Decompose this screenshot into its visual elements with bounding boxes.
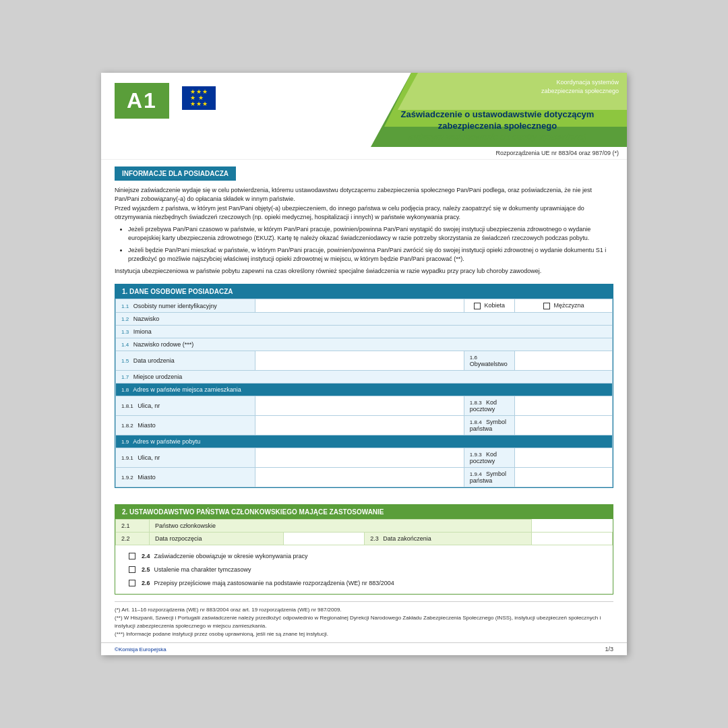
checkbox-2-6[interactable] (129, 580, 135, 586)
spacer (101, 495, 627, 504)
checkbox-2-6-id: 2.6 (142, 580, 150, 586)
gender-female-cell: Kobieta (464, 299, 514, 313)
table-row: 1.7 Miejsce urodzenia (116, 371, 613, 384)
field-1-8-4-value (515, 416, 613, 435)
checkbox-male[interactable] (543, 303, 550, 309)
field-1-8-2-label: 1.8.2 Miasto (116, 416, 255, 435)
document-header: A1 ★★★★ ★★★★ Koordynacja systemów zabezp… (101, 73, 627, 147)
section2-header: 2. USTAWODAWSTWO PAŃSTWA CZŁONKOWSKIEGO … (115, 505, 613, 519)
field-1-1-value (255, 299, 464, 313)
section2-checkboxes: 2.4 Zaświadczenie obowiązuje w okresie w… (115, 545, 613, 594)
table-row: 1.9.1 Ulica, nr 1.9.3 Kod pocztowy (116, 448, 613, 468)
info-section: INFORMACJE DLA POSIADACZA Niniejsze zaśw… (101, 160, 627, 284)
info-bullet2: Jeżeli będzie Pan/Pani mieszkać w państw… (128, 246, 613, 264)
field-1-9-1-value (255, 448, 464, 468)
checkbox-2-4[interactable] (129, 553, 135, 559)
field-1-5-label: 1.5 Data urodzenia (116, 351, 255, 371)
footer-note-2: (**) W Hiszpanii, Szwecji i Portugalii z… (115, 614, 613, 630)
title-sub: mającym zastosowanie do osoby uprawnione… (376, 132, 619, 142)
checkbox-row-2-4: 2.4 Zaświadczenie obowiązuje w okresie w… (122, 549, 606, 563)
field-1-8-3-value (515, 396, 613, 416)
checkbox-row-2-6: 2.6 Przepisy przejściowe mają zastosowan… (122, 576, 606, 590)
a1-label: A1 (127, 88, 157, 113)
checkbox-2-5-text: Ustalenie ma charakter tymczasowy (154, 566, 251, 573)
field-1-8-3-label: 1.8.3 Kod pocztowy (464, 396, 514, 416)
info-para1: Niniejsze zaświadczenie wydaje się w cel… (115, 186, 613, 264)
a1-badge: A1 (115, 83, 169, 119)
table-row: 1.4 Nazwisko rodowe (***) (116, 338, 613, 351)
field-1-6-label: 1.6 Obywatelstwo (464, 351, 514, 371)
section2-wrapper: 2. USTAWODAWSTWO PAŃSTWA CZŁONKOWSKIEGO … (115, 504, 613, 595)
info-bullet1: Jeżeli przebywa Pan/Pani czasowo w państ… (128, 225, 613, 243)
eu-commission-text: ©Komisja Europejska (115, 646, 166, 653)
checkbox-2-5[interactable] (129, 566, 135, 573)
eu-stars: ★★★★ ★★★★ (190, 89, 208, 107)
field-2-3-value (532, 533, 613, 545)
regulation-line: Rozporządzenia UE nr 883/04 oraz 987/09 … (101, 147, 627, 160)
gender-female-label: Kobieta (485, 302, 506, 309)
regulation-text: Rozporządzenia UE nr 883/04 oraz 987/09 … (495, 150, 619, 156)
checkbox-female[interactable] (474, 303, 481, 309)
field-1-9-4-value (515, 468, 613, 487)
field-2-2-id: 2.2 (116, 533, 150, 545)
footer-bottom: ©Komisja Europejska 1/3 (101, 642, 627, 655)
field-1-9-label: 1.9 Adres w państwie pobytu (116, 435, 613, 448)
table-row: 2.1 Państwo członkowskie (116, 520, 613, 533)
checkbox-2-4-text: Zaświadczenie obowiązuje w okresie wykon… (154, 553, 308, 559)
table-row: 1.8 Adres w państwie miejsca zamieszkani… (116, 384, 613, 396)
field-1-1-label: 1.1 Osobisty numer identyfikacyjny (116, 299, 255, 313)
title-main: Zaświadczenie o ustawodawstwie dotyczący… (376, 109, 619, 132)
field-1-6-value (515, 351, 613, 371)
section1-header: 1. DANE OSOBOWE POSIADACZA (115, 284, 613, 299)
field-1-5-value (255, 351, 464, 371)
table-row: 1.8.2 Miasto 1.8.4 Symbol państwa (116, 416, 613, 435)
table-row: 2.2 Data rozpoczęcia 2.3 Data zakończeni… (116, 533, 613, 545)
field-1-8-4-label: 1.8.4 Symbol państwa (464, 416, 514, 435)
field-1-8-1-value (255, 396, 464, 416)
checkbox-2-5-id: 2.5 (142, 566, 150, 573)
title-area: Zaświadczenie o ustawodawstwie dotyczący… (376, 109, 619, 142)
field-1-3-label: 1.3 Imiona (116, 326, 613, 338)
field-2-1-label: Państwo członkowskie (150, 520, 532, 533)
table-row: 1.5 Data urodzenia 1.6 Obywatelstwo (116, 351, 613, 371)
section1-wrapper: 1. DANE OSOBOWE POSIADACZA 1.1 Osobisty … (115, 284, 613, 488)
info-closing: Instytucja ubezpieczeniowa w państwie po… (115, 267, 613, 276)
page-number: 1/3 (605, 646, 613, 653)
field-1-8-2-value (255, 416, 464, 435)
header-line1: Koordynacja systemów (541, 78, 619, 87)
checkbox-2-6-text: Przepisy przejściowe mają zastosowanie n… (154, 580, 394, 586)
field-1-9-2-label: 1.9.2 Miasto (116, 468, 255, 487)
gender-male-cell: Mężczyzna (515, 299, 613, 313)
field-1-9-3-value (515, 448, 613, 468)
table-row: 1.1 Osobisty numer identyfikacyjny Kobie… (116, 299, 613, 313)
footer-notes: (*) Art. 11–16 rozporządzenia (WE) nr 88… (115, 601, 613, 638)
field-1-4-label: 1.4 Nazwisko rodowe (***) (116, 338, 613, 351)
table-row: 1.2 Nazwisko (116, 313, 613, 326)
gender-male-label: Mężczyzna (553, 302, 584, 309)
field-2-2-value (284, 533, 365, 545)
header-line2: zabezpieczenia społecznego (541, 87, 619, 96)
header-top-right: Koordynacja systemów zabezpieczenia społ… (541, 78, 619, 95)
field-2-2-label: Data rozpoczęcia (150, 533, 284, 545)
field-1-8-1-label: 1.8.1 Ulica, nr (116, 396, 255, 416)
table-row: 1.3 Imiona (116, 326, 613, 338)
eu-flag: ★★★★ ★★★★ (182, 86, 216, 110)
field-1-9-3-label: 1.9.3 Kod pocztowy (464, 448, 514, 468)
field-2-3-label: 2.3 Data zakończenia (365, 533, 532, 545)
checkbox-2-4-id: 2.4 (142, 553, 150, 559)
section2-table: 2.1 Państwo członkowskie 2.2 Data rozpoc… (115, 519, 613, 545)
section1-table: 1.1 Osobisty numer identyfikacyjny Kobie… (115, 299, 613, 487)
field-1-2-label: 1.2 Nazwisko (116, 313, 613, 326)
field-1-8-label: 1.8 Adres w państwie miejsca zamieszkani… (116, 384, 613, 396)
info-header-bar: INFORMACJE DLA POSIADACZA (115, 166, 236, 181)
checkbox-row-2-5: 2.5 Ustalenie ma charakter tymczasowy (122, 563, 606, 576)
document-page: A1 ★★★★ ★★★★ Koordynacja systemów zabezp… (101, 73, 627, 655)
table-row: 1.9 Adres w państwie pobytu (116, 435, 613, 448)
field-2-1-id: 2.1 (116, 520, 150, 533)
field-1-9-4-label: 1.9.4 Symbol państwa (464, 468, 514, 487)
table-row: 1.8.1 Ulica, nr 1.8.3 Kod pocztowy (116, 396, 613, 416)
field-1-9-2-value (255, 468, 464, 487)
footer-note-3: (***) Informacje podane instytucji przez… (115, 630, 613, 638)
field-1-7-label: 1.7 Miejsce urodzenia (116, 371, 613, 384)
footer-note-1: (*) Art. 11–16 rozporządzenia (WE) nr 88… (115, 606, 613, 614)
